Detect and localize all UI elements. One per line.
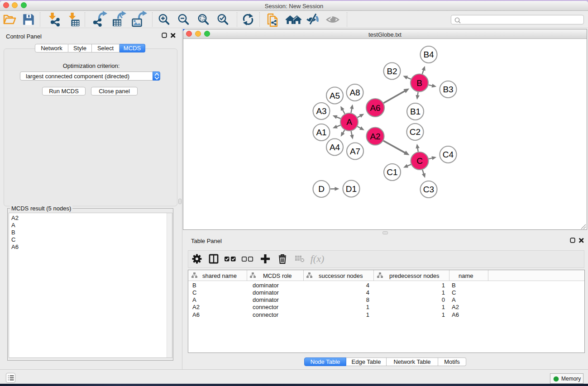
- svg-text:D: D: [318, 184, 325, 194]
- svg-text:B2: B2: [387, 67, 397, 76]
- svg-text:A4: A4: [330, 143, 340, 152]
- svg-text:C4: C4: [443, 150, 454, 159]
- svg-text:A7: A7: [350, 147, 360, 156]
- svg-text:B1: B1: [410, 107, 421, 116]
- svg-text:C1: C1: [387, 167, 397, 177]
- svg-text:B: B: [416, 78, 422, 88]
- svg-text:A: A: [346, 117, 352, 127]
- svg-text:C3: C3: [423, 185, 434, 194]
- svg-text:A8: A8: [349, 88, 360, 97]
- svg-text:C2: C2: [410, 127, 421, 137]
- svg-text:A6: A6: [370, 103, 380, 113]
- svg-text:f(x): f(x): [311, 253, 325, 264]
- svg-text:C: C: [416, 156, 423, 166]
- svg-text:A1: A1: [316, 128, 326, 137]
- svg-text:B4: B4: [423, 50, 434, 59]
- svg-text:A3: A3: [316, 106, 326, 116]
- svg-text:D1: D1: [346, 184, 357, 194]
- svg-text:A2: A2: [370, 132, 380, 141]
- svg-text:A5: A5: [330, 91, 340, 100]
- svg-text:B3: B3: [443, 85, 453, 94]
